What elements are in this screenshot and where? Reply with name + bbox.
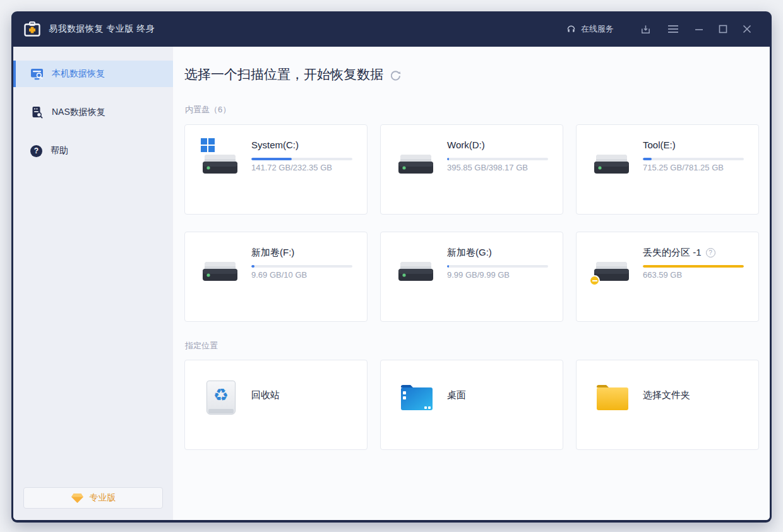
windows-logo-icon bbox=[201, 138, 215, 153]
page-title: 选择一个扫描位置，开始恢复数据 bbox=[184, 66, 383, 83]
hard-drive-icon bbox=[398, 261, 434, 282]
recycle-bin-icon: ♻ bbox=[203, 380, 239, 415]
sidebar-item-label: 帮助 bbox=[51, 145, 68, 157]
hamburger-menu-icon bbox=[667, 25, 679, 33]
drive-name: 新加卷(F:) bbox=[251, 247, 294, 259]
drive-usage-bar bbox=[251, 265, 352, 268]
sidebar-item-local-recovery[interactable]: 本机数据恢复 bbox=[13, 61, 173, 87]
drive-usage-text: 141.72 GB/232.35 GB bbox=[251, 163, 332, 172]
drive-usage-bar bbox=[447, 265, 548, 268]
nas-recovery-icon bbox=[30, 106, 44, 119]
page-title-row: 选择一个扫描位置，开始恢复数据 bbox=[184, 66, 402, 83]
maximize-button[interactable] bbox=[711, 21, 735, 37]
app-logo-icon bbox=[24, 21, 40, 37]
drive-name: System(C:) bbox=[251, 139, 299, 150]
drive-card-new-volume-f[interactable]: 新加卷(F:) 9.69 GB/10 GB bbox=[184, 232, 368, 322]
online-service-button[interactable]: 在线服务 bbox=[558, 20, 622, 38]
drive-grid-row-2: 新加卷(F:) 9.69 GB/10 GB bbox=[184, 232, 759, 322]
menu-button[interactable] bbox=[659, 21, 687, 37]
drive-usage-text: 9.99 GB/9.99 GB bbox=[447, 270, 510, 280]
hard-drive-icon bbox=[398, 153, 434, 175]
drive-name: Work(D:) bbox=[447, 139, 485, 150]
sidebar-item-label: 本机数据恢复 bbox=[52, 68, 105, 80]
sidebar-item-help[interactable]: ? 帮助 bbox=[13, 138, 173, 164]
drive-name: 丢失的分区 -1 ? bbox=[643, 247, 715, 259]
location-card-select-folder[interactable]: 选择文件夹 bbox=[576, 360, 759, 450]
drive-usage-bar bbox=[447, 158, 548, 160]
drive-card-tool-e[interactable]: Tool(E:) 715.25 GB/781.25 GB bbox=[576, 124, 759, 215]
online-service-label: 在线服务 bbox=[581, 23, 614, 35]
minimize-button[interactable] bbox=[687, 21, 711, 37]
drive-card-system-c[interactable]: System(C:) 141.72 GB/232.35 GB bbox=[184, 124, 368, 215]
drive-name: 新加卷(G:) bbox=[447, 247, 492, 259]
maximize-icon bbox=[719, 25, 727, 33]
download-icon bbox=[640, 24, 651, 35]
drive-usage-bar bbox=[643, 158, 744, 160]
section-label-specified-locations: 指定位置 bbox=[185, 340, 218, 352]
question-mark-icon[interactable]: ? bbox=[706, 248, 715, 257]
drive-usage-text: 715.25 GB/781.25 GB bbox=[643, 163, 724, 172]
drive-usage-text: 395.85 GB/398.17 GB bbox=[447, 163, 528, 172]
drive-grid-row-1: System(C:) 141.72 GB/232.35 GB bbox=[184, 124, 759, 215]
minimize-icon bbox=[695, 25, 703, 33]
headset-icon bbox=[566, 24, 577, 35]
hard-drive-icon bbox=[202, 153, 238, 175]
sidebar-item-nas-recovery[interactable]: NAS数据恢复 bbox=[13, 99, 173, 126]
titlebar-controls: 在线服务 bbox=[558, 20, 759, 38]
sidebar-item-label: NAS数据恢复 bbox=[52, 107, 105, 118]
titlebar: 易我数据恢复 专业版 终身 在线服务 bbox=[11, 11, 772, 47]
drive-usage-text: 9.69 GB/10 GB bbox=[251, 270, 307, 280]
section-label-internal-disks: 内置盘（6） bbox=[185, 104, 230, 115]
window-body: 本机数据恢复 NAS数据恢复 bbox=[13, 47, 770, 520]
pro-edition-button[interactable]: 专业版 bbox=[23, 487, 163, 509]
folder-icon bbox=[595, 380, 630, 415]
sidebar: 本机数据恢复 NAS数据恢复 bbox=[13, 47, 173, 520]
hard-drive-icon bbox=[202, 261, 238, 282]
drive-usage-text: 663.59 GB bbox=[643, 270, 682, 280]
drive-card-work-d[interactable]: Work(D:) 395.85 GB/398.17 GB bbox=[380, 124, 563, 215]
location-card-recycle-bin[interactable]: ♻ 回收站 bbox=[184, 360, 368, 450]
refresh-icon[interactable] bbox=[390, 69, 402, 81]
drive-name: Tool(E:) bbox=[643, 139, 676, 150]
pro-edition-label: 专业版 bbox=[90, 492, 116, 504]
app-window: 易我数据恢复 专业版 终身 在线服务 bbox=[11, 11, 772, 523]
location-grid: ♻ 回收站 bbox=[184, 360, 759, 450]
location-card-desktop[interactable]: 桌面 bbox=[380, 360, 563, 450]
drive-card-lost-partition[interactable]: 丢失的分区 -1 ? 663.59 GB bbox=[576, 232, 759, 322]
main-panel: 选择一个扫描位置，开始恢复数据 内置盘（6） bbox=[173, 47, 770, 520]
help-icon: ? bbox=[30, 145, 42, 157]
hard-drive-icon bbox=[594, 153, 630, 175]
drive-usage-bar bbox=[643, 265, 744, 268]
close-icon bbox=[743, 25, 751, 33]
desktop-folder-icon bbox=[399, 380, 434, 415]
diamond-icon bbox=[71, 493, 84, 504]
location-label: 回收站 bbox=[251, 360, 280, 430]
close-button[interactable] bbox=[735, 21, 759, 37]
local-recovery-icon bbox=[30, 68, 44, 81]
download-center-button[interactable] bbox=[632, 20, 659, 38]
lost-partition-badge-icon bbox=[589, 275, 600, 286]
location-label: 桌面 bbox=[447, 360, 466, 430]
drive-card-new-volume-g[interactable]: 新加卷(G:) 9.99 GB/9.99 GB bbox=[380, 232, 563, 322]
app-title: 易我数据恢复 专业版 终身 bbox=[49, 23, 155, 35]
location-label: 选择文件夹 bbox=[643, 360, 690, 430]
desktop-background: 易我数据恢复 专业版 终身 在线服务 bbox=[0, 0, 783, 532]
drive-usage-bar bbox=[251, 158, 352, 160]
